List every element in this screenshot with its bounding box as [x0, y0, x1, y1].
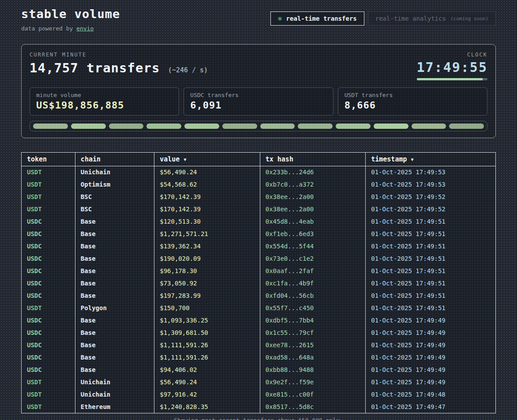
activity-segment: [336, 124, 371, 129]
cell-timestamp: 01-Oct-2025 17:49:53: [366, 166, 495, 178]
activity-segment: [222, 124, 257, 129]
cell-tx-hash[interactable]: 0xb7c0...a372: [260, 178, 366, 191]
cell-value: $197,283.99: [154, 289, 260, 302]
cell-tx-hash[interactable]: 0x45d8...4eab: [260, 215, 366, 228]
powered-by-text: data powered by: [21, 25, 76, 32]
cell-timestamp: 01-Oct-2025 17:49:49: [366, 339, 495, 351]
cell-token: USDC: [22, 339, 75, 351]
table-row: USDCBase$1,309,681.500x1c55...79cf01-Oct…: [22, 326, 495, 339]
cell-token: USDC: [22, 314, 75, 326]
cell-timestamp: 01-Oct-2025 17:49:52: [366, 203, 495, 215]
cell-tx-hash[interactable]: 0xbb88...9488: [260, 364, 366, 376]
cell-tx-hash[interactable]: 0xfd04...56cb: [260, 289, 366, 302]
cell-tx-hash[interactable]: 0xdbf5...7bb4: [260, 314, 366, 326]
cell-timestamp: 01-Oct-2025 17:49:51: [366, 302, 495, 314]
cell-value: $170,142.39: [154, 191, 260, 203]
cell-value: $97,916.42: [154, 388, 260, 401]
tab-real-time-analytics[interactable]: real-time analytics (coming soon): [368, 11, 496, 26]
cell-token: USDT: [22, 388, 75, 401]
cell-value: $56,490.24: [154, 376, 260, 388]
cell-tx-hash[interactable]: 0xc1fa...4b9f: [260, 277, 366, 289]
cell-value: $56,490.24: [154, 166, 260, 178]
cell-timestamp: 01-Oct-2025 17:49:53: [366, 178, 495, 191]
minute-progress-bar: [417, 78, 487, 80]
tab-bar: real-time transfers real-time analytics …: [270, 11, 496, 26]
cell-value: $1,093,336.25: [154, 314, 260, 326]
cell-chain: Base: [75, 364, 154, 376]
cell-timestamp: 01-Oct-2025 17:49:48: [366, 388, 495, 401]
stat-label: USDT transfers: [345, 92, 481, 98]
cell-token: USDC: [22, 215, 75, 228]
page: stable volume data powered by envio real…: [0, 0, 517, 420]
minute-progress-fill: [417, 78, 483, 80]
table-row: USDCBase$120,513.300x45d8...4eab01-Oct-2…: [22, 215, 495, 228]
activity-segment: [146, 124, 181, 129]
activity-segment: [298, 124, 333, 129]
table-row: USDCBase$190,020.090x73e0...c1e201-Oct-2…: [22, 252, 495, 265]
table-row: USDTUnichain$97,916.420xe815...c00f01-Oc…: [22, 388, 495, 401]
current-minute-label: CURRENT MINUTE: [30, 52, 208, 58]
cell-tx-hash[interactable]: 0x38ee...2a00: [260, 203, 366, 215]
cell-value: $139,362.34: [154, 240, 260, 252]
stat-value: 6,091: [190, 100, 326, 111]
table-row: USDCBase$1,093,336.250xdbf5...7bb401-Oct…: [22, 314, 495, 326]
cell-chain: Polygon: [75, 302, 154, 314]
column-header-timestamp[interactable]: timestamp ▼: [366, 153, 495, 166]
cell-tx-hash[interactable]: 0xee78...2615: [260, 339, 366, 351]
cell-value: $1,271,571.21: [154, 228, 260, 240]
cell-token: USDT: [22, 191, 75, 203]
tab-label: real-time transfers: [286, 15, 357, 22]
activity-segment: [449, 124, 484, 129]
column-header-value[interactable]: value ▼: [154, 153, 260, 166]
cell-tx-hash[interactable]: 0xf1eb...6ed3: [260, 228, 366, 240]
cell-token: USDC: [22, 351, 75, 364]
stat-box-minute-volume: minute volume US$198,856,885: [30, 87, 179, 116]
cell-tx-hash[interactable]: 0x55f7...c450: [260, 302, 366, 314]
cell-value: $54,568.62: [154, 178, 260, 191]
tab-label: real-time analytics: [375, 15, 446, 22]
cell-tx-hash[interactable]: 0x1c55...79cf: [260, 326, 366, 339]
cell-timestamp: 01-Oct-2025 17:49:49: [366, 351, 495, 364]
cell-tx-hash[interactable]: 0xe815...c00f: [260, 388, 366, 401]
cell-token: USDT: [22, 302, 75, 314]
table-row: USDCBase$1,111,591.260xee78...261501-Oct…: [22, 339, 495, 351]
cell-timestamp: 01-Oct-2025 17:49:49: [366, 326, 495, 339]
cell-tx-hash[interactable]: 0x233b...24d6: [260, 166, 366, 178]
cell-timestamp: 01-Oct-2025 17:49:49: [366, 364, 495, 376]
transfers-rate: (~246 / s): [168, 66, 208, 74]
cell-value: $94,406.02: [154, 364, 260, 376]
cell-tx-hash[interactable]: 0xad58...648a: [260, 351, 366, 364]
column-header-token[interactable]: token: [22, 153, 75, 166]
cell-tx-hash[interactable]: 0x0aaf...2faf: [260, 265, 366, 277]
column-header-chain[interactable]: chain: [75, 153, 154, 166]
cell-tx-hash[interactable]: 0x554d...5f44: [260, 240, 366, 252]
cell-chain: Base: [75, 314, 154, 326]
activity-segment: [260, 124, 295, 129]
footer-note: Showing most recent transfers above $50,…: [21, 417, 496, 420]
cell-chain: Base: [75, 289, 154, 302]
cell-value: $1,111,591.26: [154, 351, 260, 364]
cell-tx-hash[interactable]: 0x38ee...2a00: [260, 191, 366, 203]
cell-timestamp: 01-Oct-2025 17:49:51: [366, 252, 495, 265]
cell-timestamp: 01-Oct-2025 17:49:51: [366, 289, 495, 302]
cell-chain: Base: [75, 265, 154, 277]
cell-tx-hash[interactable]: 0x73e0...c1e2: [260, 252, 366, 265]
cell-chain: Unichain: [75, 376, 154, 388]
cell-token: USDC: [22, 265, 75, 277]
tab-real-time-transfers[interactable]: real-time transfers: [270, 11, 364, 26]
envio-link[interactable]: envio: [76, 25, 94, 32]
transfers-count: 14,757 transfers: [30, 60, 160, 75]
column-header-tx-hash[interactable]: tx hash: [260, 153, 366, 166]
cell-chain: Unichain: [75, 388, 154, 401]
activity-segment: [374, 124, 408, 129]
live-dot-icon: [278, 17, 282, 21]
panel-top-row: CURRENT MINUTE 14,757 transfers (~246 / …: [30, 52, 487, 80]
stat-boxes: minute volume US$198,856,885 USDC transf…: [30, 87, 487, 116]
coming-soon-label: (coming soon): [450, 16, 488, 22]
cell-token: USDC: [22, 228, 75, 240]
table-row: USDCBase$1,271,571.210xf1eb...6ed301-Oct…: [22, 228, 495, 240]
cell-tx-hash[interactable]: 0x8517...5d8c: [260, 401, 366, 413]
cell-timestamp: 01-Oct-2025 17:49:51: [366, 265, 495, 277]
cell-chain: Base: [75, 228, 154, 240]
cell-tx-hash[interactable]: 0x9e2f...f59e: [260, 376, 366, 388]
